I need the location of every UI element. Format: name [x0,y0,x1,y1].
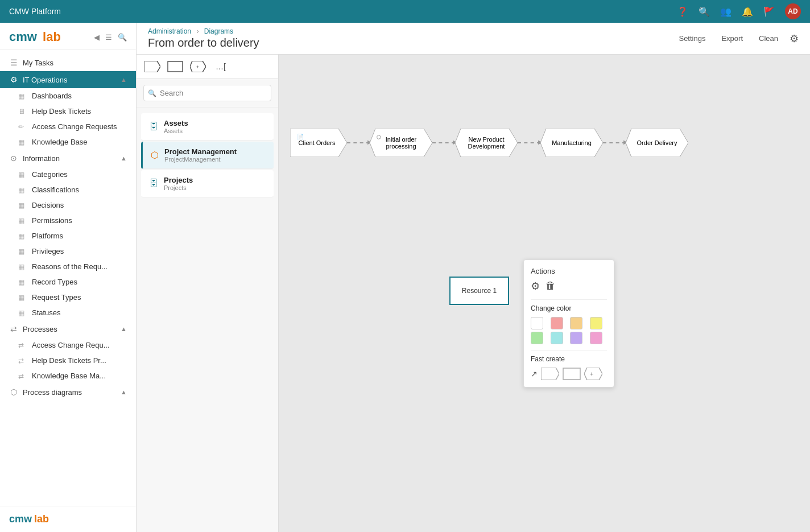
tool-chevron[interactable]: + [189,60,207,73]
sidebar-item-proc-access[interactable]: ⇄ Access Change Requ... [0,337,136,353]
sidebar-item-information[interactable]: ⊙ Information ▲ [0,150,136,167]
svg-text:+: + [590,370,593,377]
breadcrumb-diagrams[interactable]: Diagrams [204,27,233,35]
svg-text:+: + [196,64,199,70]
action-delete-icon[interactable]: 🗑 [545,280,556,292]
panel-item-project-mgmt-text: Project Management ProjectManagement [164,147,237,163]
color-swatch-7[interactable] [590,332,602,344]
sidebar-item-statuses[interactable]: ▦ Statuses [0,305,136,320]
sidebar-item-categories[interactable]: ▦ Categories [0,167,136,182]
color-swatch-5[interactable] [551,332,563,344]
top-nav: CMW Platform ❓ 🔍 👥 🔔 🚩 AD [0,0,810,23]
color-swatch-1[interactable] [551,317,563,329]
panel-item-projects-text: Projects Projects [164,176,193,191]
footer-logo-lab: lab [34,513,49,525]
assets-sub: Assets [164,127,188,134]
resource-box[interactable]: Resource 1 [449,277,509,305]
panel-item-project-mgmt[interactable]: ⬡ Project Management ProjectManagement [141,142,274,169]
color-swatch-2[interactable] [570,317,582,329]
statuses-label: Statuses [32,308,61,317]
flag-icon[interactable]: 🚩 [763,6,775,17]
flow-node-client-orders[interactable]: 📄 Client Orders [290,129,347,157]
fc-shape-rect[interactable] [563,368,581,380]
gear-settings-icon[interactable]: ⚙ [790,32,799,45]
svg-marker-6 [370,129,432,157]
search-input[interactable] [143,85,271,101]
new-product-shape: New Product Development [455,129,518,157]
platforms-label: Platforms [32,232,63,240]
fc-shape-pentagon[interactable] [541,368,559,380]
tool-more[interactable]: …[ [212,60,230,73]
categories-label: Categories [32,170,68,179]
fc-shape-chevron-plus[interactable]: + [584,368,602,380]
access-change-label: Access Change Requests [32,122,117,131]
list-icon[interactable]: ☰ [105,33,112,42]
sidebar-item-record-types[interactable]: ▦ Record Types [0,274,136,290]
sidebar-item-request-types[interactable]: ▦ Request Types [0,290,136,305]
sidebar-item-reasons[interactable]: ▦ Reasons of the Requ... [0,259,136,274]
request-types-label: Request Types [32,293,81,302]
change-color-label: Change color [531,304,607,312]
proc-kb-icon: ⇄ [18,372,27,380]
sidebar-sub-items-info: ▦ Categories ▦ Classifications ▦ Decisio… [0,167,136,320]
sidebar-item-my-tasks[interactable]: ☰ My Tasks [0,54,136,71]
color-swatch-4[interactable] [531,332,543,344]
classifications-icon: ▦ [18,186,27,194]
color-swatch-3[interactable] [590,317,602,329]
classifications-label: Classifications [32,185,79,194]
panel-item-projects[interactable]: 🗄 Projects Projects [141,170,274,197]
sidebar-item-process-diagrams[interactable]: ⬡ Process diagrams ▲ [0,383,136,401]
access-icon: ✏ [18,123,27,131]
search-icon[interactable]: 🔍 [699,6,710,17]
sidebar-search-icon[interactable]: 🔍 [118,33,127,42]
sidebar-item-permissions[interactable]: ▦ Permissions [0,213,136,228]
sidebar-item-classifications[interactable]: ▦ Classifications [0,182,136,197]
proc-access-icon: ⇄ [18,341,27,349]
color-swatch-0[interactable] [531,317,543,329]
sidebar-item-privileges[interactable]: ▦ Privileges [0,244,136,259]
sidebar-item-help-desk[interactable]: 🖥 Help Desk Tickets [0,104,136,119]
export-button[interactable]: Export [717,32,747,45]
help-icon[interactable]: ❓ [677,6,688,17]
users-icon[interactable]: 👥 [720,6,732,17]
panel-item-assets[interactable]: 🗄 Assets Assets [141,113,274,141]
sidebar-item-decisions[interactable]: ▦ Decisions [0,197,136,213]
reasons-label: Reasons of the Requ... [32,262,108,271]
sidebar-item-access-change[interactable]: ✏ Access Change Requests [0,119,136,134]
sidebar-item-it-operations[interactable]: ⚙ IT Operations ▲ [0,71,136,88]
breadcrumb: Administration › Diagrams [148,27,259,35]
breadcrumb-admin[interactable]: Administration [148,27,191,35]
flow-node-initial-order[interactable]: ⬡ Initial order processing [370,129,432,157]
assets-title: Assets [164,119,188,127]
sidebar-item-proc-helpdesk[interactable]: ⇄ Help Desk Tickets Pr... [0,353,136,368]
sidebar-item-knowledge-base[interactable]: ▦ Knowledge Base [0,134,136,150]
avatar[interactable]: AD [785,3,801,19]
tool-rect[interactable] [166,60,184,73]
clean-button[interactable]: Clean [754,32,783,45]
collapse-icon[interactable]: ◀ [94,33,100,42]
diagram-canvas[interactable]: 📄 Client Orders ⬡ Ini [279,55,810,532]
flow-node-manufacturing[interactable]: Manufacturing [540,129,603,157]
settings-button[interactable]: Settings [674,32,710,45]
flow-node-order-delivery[interactable]: Order Delivery [626,129,688,157]
manufacturing-shape: Manufacturing [540,129,603,157]
sidebar-item-proc-kb[interactable]: ⇄ Knowledge Base Ma... [0,368,136,383]
reasons-icon: ▦ [18,263,27,271]
bell-icon[interactable]: 🔔 [742,6,753,17]
divider-1 [531,299,607,300]
sidebar-item-dashboards[interactable]: ▦ Dashboards [0,88,136,104]
tool-pentagon[interactable] [143,60,162,73]
flow-node-new-product[interactable]: New Product Development [455,129,518,157]
sidebar-item-processes[interactable]: ⇄ Processes ▲ [0,320,136,337]
processes-chevron: ▲ [121,325,127,332]
projects-icon: 🗄 [149,179,158,189]
actions-icons-row: ⚙ 🗑 [531,280,607,292]
fc-arrow-icon[interactable]: ↗ [531,369,538,378]
proc-helpdesk-icon: ⇄ [18,357,27,365]
sidebar-item-platforms[interactable]: ▦ Platforms [0,228,136,244]
action-settings-icon[interactable]: ⚙ [531,280,540,292]
flow-container: 📄 Client Orders ⬡ Ini [290,129,688,157]
knowledge-base-label: Knowledge Base [32,138,88,146]
color-swatch-6[interactable] [570,332,582,344]
sidebar-header-icons: ◀ ☰ 🔍 [94,33,127,42]
